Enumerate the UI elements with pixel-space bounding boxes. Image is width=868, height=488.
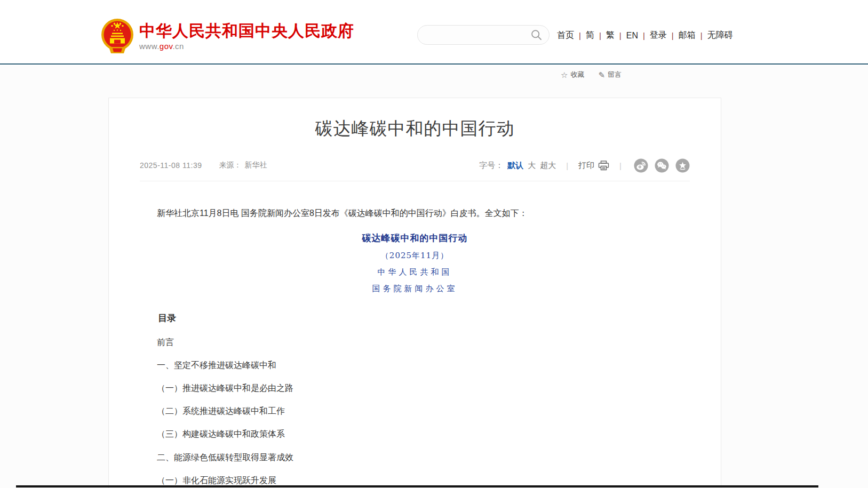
toc-item-1-1: （一）推进碳达峰碳中和是必由之路	[140, 383, 690, 393]
toc-title: 目录	[140, 312, 690, 324]
share-icons	[634, 158, 690, 173]
site-url-gov: gov	[160, 42, 173, 51]
toc-item-1-2: （二）系统推进碳达峰碳中和工作	[140, 406, 690, 416]
article-toolbar: 字号： 默认 大 超大 | 打印 |	[479, 158, 690, 173]
site-url-www: www.	[139, 42, 160, 51]
article-meta-left: 2025-11-08 11:39 来源： 新华社	[140, 161, 267, 170]
toc-item-1: 一、坚定不移推进碳达峰碳中和	[140, 360, 690, 370]
brand-text: 中华人民共和国中央人民政府 www.gov.cn	[139, 18, 354, 51]
weibo-icon	[634, 158, 648, 173]
nav-mail[interactable]: 邮箱	[679, 30, 696, 41]
toc-item-2-1: （一）非化石能源实现跃升发展	[140, 475, 690, 485]
toc-item-1-3: （三）构建碳达峰碳中和政策体系	[140, 429, 690, 439]
site-logo[interactable]: 中华人民共和国中央人民政府 www.gov.cn	[101, 18, 354, 54]
nav-login[interactable]: 登录	[650, 30, 667, 41]
nav-separator: |	[672, 31, 674, 40]
quick-links: ☆ 收藏 ✎ 留言	[561, 70, 622, 79]
article-meta-bar: 2025-11-08 11:39 来源： 新华社 字号： 默认 大 超大 | 打…	[140, 158, 690, 181]
site-title: 中华人民共和国中央人民政府	[139, 22, 354, 39]
nav-accessibility[interactable]: 无障碍	[707, 30, 733, 41]
nav-home[interactable]: 首页	[557, 30, 574, 41]
toolbar-separator: |	[619, 161, 622, 170]
top-nav: 首页 | 简 | 繁 | EN | 登录 | 邮箱 | 无障碍	[557, 30, 733, 41]
font-size-xlarge-button[interactable]: 超大	[540, 161, 556, 171]
lead-paragraph: 新华社北京11月8日电 国务院新闻办公室8日发布《碳达峰碳中和的中国行动》白皮书…	[140, 208, 690, 219]
favorite-label: 收藏	[570, 70, 584, 79]
toc-item-preface: 前言	[140, 337, 690, 347]
font-size-large-button[interactable]: 大	[528, 161, 536, 171]
source-value: 新华社	[244, 161, 267, 170]
nav-separator: |	[700, 31, 703, 40]
source-label: 来源：	[219, 161, 241, 170]
nav-separator: |	[599, 31, 601, 40]
article-card: 碳达峰碳中和的中国行动 2025-11-08 11:39 来源： 新华社 字号：…	[108, 98, 721, 488]
share-weibo-button[interactable]	[634, 158, 648, 173]
favorite-link[interactable]: ☆ 收藏	[561, 70, 584, 79]
search-icon[interactable]	[531, 29, 542, 41]
wechat-icon	[655, 158, 669, 173]
share-wechat-button[interactable]	[655, 158, 669, 173]
share-star-icon	[675, 158, 690, 173]
search-input[interactable]	[418, 26, 531, 44]
article-body: 新华社北京11月8日电 国务院新闻办公室8日发布《碳达峰碳中和的中国行动》白皮书…	[109, 208, 721, 485]
article-date: 2025-11-08 11:39	[140, 161, 202, 170]
document-heading-block: 碳达峰碳中和的中国行动 （2025年11月） 中华人民共和国 国务院新闻办公室	[109, 232, 721, 294]
national-emblem-icon	[101, 18, 134, 54]
print-button[interactable]: 打印	[578, 161, 609, 171]
bottom-edge-line	[16, 485, 818, 487]
font-size-label: 字号：	[479, 161, 503, 171]
nav-english[interactable]: EN	[626, 31, 638, 41]
article-title: 碳达峰碳中和的中国行动	[109, 98, 721, 139]
nav-separator: |	[619, 31, 622, 40]
document-org-line-1: 中华人民共和国	[109, 267, 721, 277]
pencil-icon: ✎	[598, 71, 605, 79]
document-date: （2025年11月）	[109, 251, 721, 261]
search-box[interactable]	[417, 25, 550, 45]
site-header: 中华人民共和国中央人民政府 www.gov.cn 首页 | 简 | 繁 | EN…	[0, 0, 868, 65]
nav-simplified[interactable]: 简	[586, 30, 594, 41]
nav-separator: |	[643, 31, 645, 40]
comment-label: 留言	[608, 70, 622, 79]
share-more-button[interactable]	[675, 158, 690, 173]
site-url[interactable]: www.gov.cn	[139, 42, 354, 51]
font-size-default-button[interactable]: 默认	[507, 161, 523, 171]
site-url-cn: .cn	[172, 42, 184, 51]
star-icon: ☆	[561, 71, 568, 79]
document-title: 碳达峰碳中和的中国行动	[109, 232, 721, 244]
nav-separator: |	[579, 31, 581, 40]
document-org-line-2: 国务院新闻办公室	[109, 284, 721, 294]
printer-icon	[598, 161, 609, 171]
toolbar-separator: |	[566, 161, 568, 170]
nav-traditional[interactable]: 繁	[606, 30, 615, 41]
toc-item-2: 二、能源绿色低碳转型取得显著成效	[140, 452, 690, 462]
print-label: 打印	[578, 161, 594, 171]
page: 中华人民共和国中央人民政府 www.gov.cn 首页 | 简 | 繁 | EN…	[0, 0, 868, 488]
comment-link[interactable]: ✎ 留言	[598, 70, 622, 79]
